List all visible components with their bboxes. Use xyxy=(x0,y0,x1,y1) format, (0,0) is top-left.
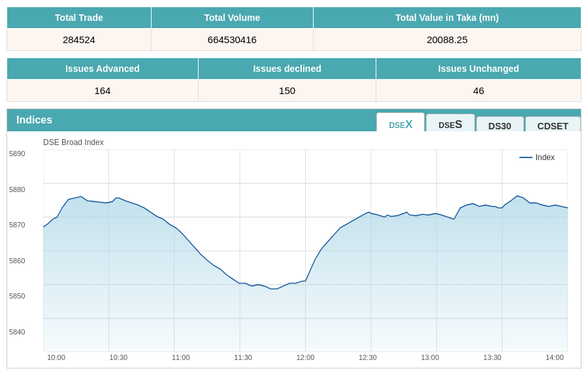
y-label-5890: 5890 xyxy=(9,150,25,157)
x-axis: 10:00 10:30 11:00 11:30 12:00 12:30 13:0… xyxy=(43,353,568,361)
y-label-5850: 5850 xyxy=(9,292,25,300)
x-label-1130: 11:30 xyxy=(230,353,256,361)
x-label-1000: 10:00 xyxy=(43,353,69,361)
x-label-1400: 14:00 xyxy=(542,353,568,361)
tab-dsex[interactable]: DSEX xyxy=(376,112,425,131)
issues-advanced-value: 164 xyxy=(7,80,199,102)
total-volume-value: 664530416 xyxy=(151,29,313,51)
indices-header: Indices DSEX DSES DS30 CDSET xyxy=(7,109,581,131)
tab-ds30[interactable]: DS30 xyxy=(476,116,524,131)
x-label-1030: 10:30 xyxy=(105,353,131,361)
y-label-5860: 5860 xyxy=(9,257,25,265)
total-trade-header: Total Trade xyxy=(7,7,152,29)
indices-title: Indices xyxy=(7,109,375,131)
chart-wrap: 5890 5880 5870 5860 5850 5840 Index xyxy=(43,150,568,352)
x-label-1100: 11:00 xyxy=(168,353,194,361)
trade-stats-table: Total Trade Total Volume Total Value in … xyxy=(7,7,581,51)
x-label-1330: 13:30 xyxy=(480,353,506,361)
chart-subtitle: DSE Broad Index xyxy=(43,138,574,147)
issues-declined-value: 150 xyxy=(198,80,376,102)
chart-area: DSE Broad Index 5890 5880 5870 5860 5850… xyxy=(7,131,581,368)
total-volume-header: Total Volume xyxy=(151,7,313,29)
legend-label: Index xyxy=(536,153,555,162)
y-label-5880: 5880 xyxy=(9,186,25,193)
total-value-taka: 20088.25 xyxy=(313,29,581,51)
total-value-header: Total Value in Taka (mn) xyxy=(313,7,581,29)
tab-dses[interactable]: DSES xyxy=(426,114,474,131)
total-trade-value: 284524 xyxy=(7,29,152,51)
tab-cdset[interactable]: CDSET xyxy=(525,116,581,131)
x-label-1300: 13:00 xyxy=(417,353,443,361)
chart-svg xyxy=(43,150,568,352)
chart-legend: Index xyxy=(519,153,555,162)
y-axis: 5890 5880 5870 5860 5850 5840 xyxy=(9,150,25,336)
issues-unchanged-header: Issues Unchanged xyxy=(376,58,581,80)
issues-unchanged-value: 46 xyxy=(376,80,581,102)
issues-declined-header: Issues declined xyxy=(198,58,376,80)
issues-advanced-header: Issues Advanced xyxy=(7,58,199,80)
y-label-5840: 5840 xyxy=(9,328,25,336)
x-label-1230: 12:30 xyxy=(355,353,381,361)
issues-stats-table: Issues Advanced Issues declined Issues U… xyxy=(7,57,581,102)
legend-line-icon xyxy=(519,157,532,158)
indices-tabs: DSEX DSES DS30 CDSET xyxy=(375,109,581,131)
indices-section: Indices DSEX DSES DS30 CDSET DSE Broad I… xyxy=(7,108,581,368)
x-label-1200: 12:00 xyxy=(293,353,319,361)
y-label-5870: 5870 xyxy=(9,221,25,229)
